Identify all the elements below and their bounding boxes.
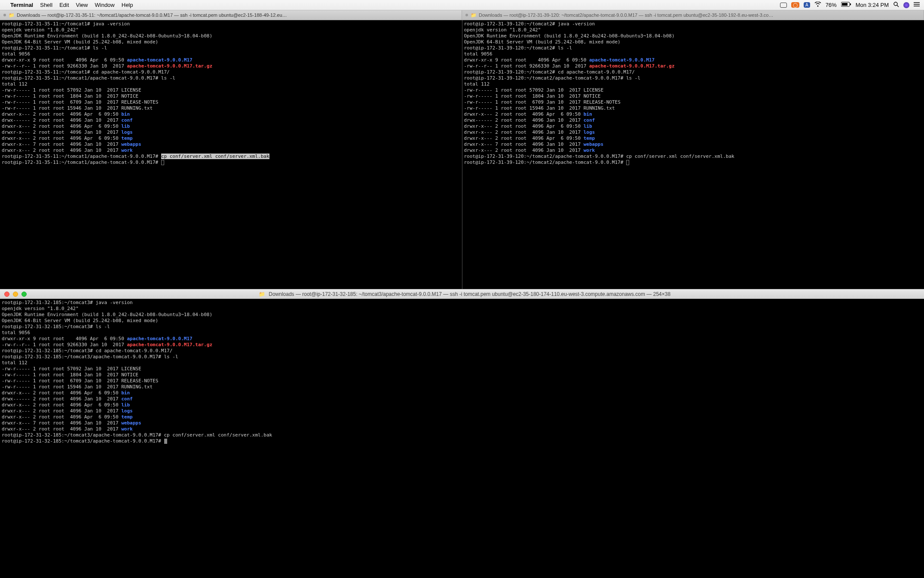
folder-icon: 📁 bbox=[471, 12, 477, 18]
status-icon-3[interactable]: A bbox=[804, 2, 810, 8]
close-window-button[interactable] bbox=[4, 292, 9, 297]
traffic-lights bbox=[0, 292, 31, 297]
tab-title-1: Downloads — root@ip-172-31-35-11: ~/tomc… bbox=[17, 12, 287, 18]
menu-shell[interactable]: Shell bbox=[40, 2, 52, 8]
close-tab-icon[interactable] bbox=[465, 14, 468, 16]
status-icon-2[interactable]: ◯ bbox=[791, 2, 799, 8]
terminal-window-bottom: 📁 Downloads — root@ip-172-31-32-185: ~/t… bbox=[0, 289, 924, 578]
tab-title-2: Downloads — root@ip-172-31-39-120: ~/tom… bbox=[479, 12, 773, 18]
status-icon-1[interactable] bbox=[780, 3, 787, 8]
clock[interactable]: Mon 3:24 PM bbox=[856, 2, 889, 8]
folder-icon: 📁 bbox=[259, 291, 265, 297]
minimize-window-button[interactable] bbox=[13, 292, 18, 297]
svg-rect-3 bbox=[850, 3, 851, 5]
terminal-pane-tomcat1[interactable]: root@ip-172-31-35-11:~/tomcat1# java -ve… bbox=[0, 20, 462, 289]
terminal-split-top: root@ip-172-31-35-11:~/tomcat1# java -ve… bbox=[0, 20, 924, 289]
macos-menubar: Terminal Shell Edit View Window Help ◯ A… bbox=[0, 0, 924, 10]
terminal-pane-tomcat2[interactable]: root@ip-172-31-39-120:~/tomcat2# java -v… bbox=[462, 20, 924, 289]
folder-icon: 📁 bbox=[9, 12, 15, 18]
app-name[interactable]: Terminal bbox=[10, 2, 33, 8]
tab-tomcat1[interactable]: 📁 Downloads — root@ip-172-31-35-11: ~/to… bbox=[0, 10, 462, 20]
wifi-icon[interactable] bbox=[814, 2, 821, 8]
svg-rect-2 bbox=[842, 3, 848, 6]
svg-line-5 bbox=[897, 5, 899, 7]
close-tab-icon[interactable] bbox=[3, 14, 6, 16]
menu-edit[interactable]: Edit bbox=[59, 2, 69, 8]
spotlight-icon[interactable] bbox=[893, 1, 899, 9]
menu-view[interactable]: View bbox=[76, 2, 88, 8]
svg-point-4 bbox=[894, 2, 897, 6]
window-titlebar[interactable]: 📁 Downloads — root@ip-172-31-32-185: ~/t… bbox=[0, 289, 924, 299]
menu-help[interactable]: Help bbox=[122, 2, 133, 8]
terminal-pane-tomcat3[interactable]: root@ip-172-31-32-185:~/tomcat3# java -v… bbox=[0, 299, 924, 578]
svg-point-0 bbox=[817, 6, 818, 7]
menubar-status-icons: ◯ A 76% Mon 3:24 PM bbox=[780, 1, 920, 9]
window-title: 📁 Downloads — root@ip-172-31-32-185: ~/t… bbox=[31, 291, 924, 297]
notification-center-icon[interactable] bbox=[914, 2, 920, 8]
battery-icon[interactable] bbox=[841, 2, 851, 8]
terminal-tab-bar: 📁 Downloads — root@ip-172-31-35-11: ~/to… bbox=[0, 10, 924, 20]
window-title-text: Downloads — root@ip-172-31-32-185: ~/tom… bbox=[269, 291, 670, 297]
menu-window[interactable]: Window bbox=[95, 2, 115, 8]
tab-tomcat2[interactable]: 📁 Downloads — root@ip-172-31-39-120: ~/t… bbox=[462, 10, 924, 20]
zoom-window-button[interactable] bbox=[21, 292, 27, 297]
siri-icon[interactable] bbox=[903, 2, 909, 8]
battery-percent: 76% bbox=[826, 2, 837, 8]
